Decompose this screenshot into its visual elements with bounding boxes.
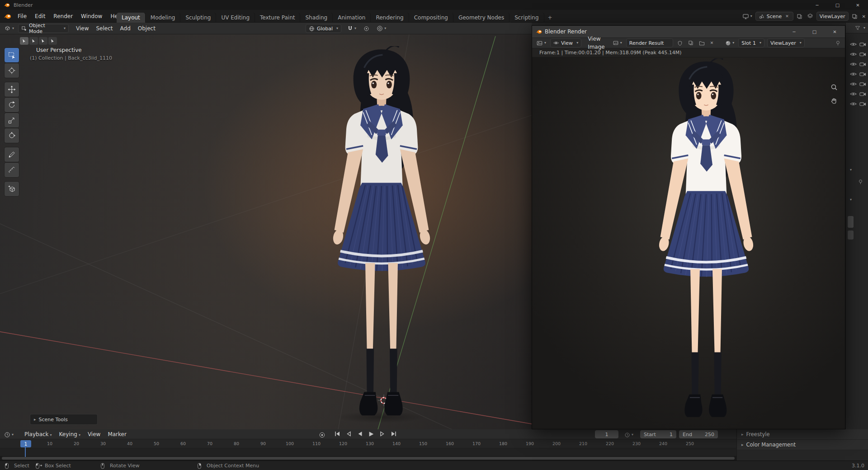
zoom-icon[interactable]	[830, 84, 838, 91]
pan-hand-icon[interactable]	[830, 97, 838, 104]
tool-transform[interactable]	[5, 128, 19, 143]
viewport-menu-object[interactable]: Object	[134, 24, 159, 33]
timeline-ruler[interactable]: 1102030405060708090100110120130140150160…	[0, 439, 736, 448]
pin-icon[interactable]	[858, 179, 863, 185]
eye-visibility-icon[interactable]	[850, 82, 857, 86]
playhead[interactable]: 1	[20, 440, 31, 447]
select-extend-mode[interactable]	[29, 37, 38, 45]
workspace-tab-sculpting[interactable]: Sculpting	[180, 13, 216, 23]
timeline-menu-keying[interactable]: Keying▾	[56, 430, 84, 438]
camera-render-icon[interactable]	[859, 61, 866, 66]
view-layer-icon[interactable]	[806, 12, 815, 21]
workspace-tab-texture-paint[interactable]: Texture Paint	[255, 13, 300, 23]
current-frame-field[interactable]: 1	[595, 430, 618, 438]
menu-render[interactable]: Render	[49, 12, 77, 21]
snap-magnet-icon[interactable]: ▾	[346, 24, 358, 33]
viewport-menu-view[interactable]: View	[72, 24, 92, 33]
proportional-editing-icon[interactable]: ▾	[375, 24, 387, 33]
workspace-tab-uv-editing[interactable]: UV Editing	[216, 13, 255, 23]
scene-tools-panel[interactable]: ▸Scene Tools	[30, 414, 98, 425]
editor-type-3d-icon[interactable]: ▾	[3, 24, 15, 33]
workspace-tab-shading[interactable]: Shading	[300, 13, 333, 23]
image-mode-dropdown[interactable]: View ▾	[550, 38, 581, 47]
timeline-menu-playback[interactable]: Playback▾	[21, 430, 56, 438]
workspace-tab-rendering[interactable]: Rendering	[371, 13, 409, 23]
image-datablock-field[interactable]: Render Result	[626, 38, 673, 47]
render-image-canvas[interactable]	[532, 57, 845, 429]
play-reverse-button[interactable]	[355, 430, 364, 438]
maximize-button[interactable]: □	[804, 26, 825, 38]
workspace-tab-geometry-nodes[interactable]: Geometry Nodes	[453, 13, 509, 23]
select-invert-mode[interactable]	[48, 37, 57, 45]
jump-to-end-button[interactable]	[389, 430, 398, 438]
slot-dropdown[interactable]: Slot 1▾	[738, 38, 764, 47]
eye-visibility-icon[interactable]	[850, 92, 857, 96]
camera-render-icon[interactable]	[859, 81, 866, 86]
browse-image-icon[interactable]: ▾	[611, 38, 623, 47]
camera-render-icon[interactable]	[859, 71, 866, 76]
render-sphere-icon[interactable]: ▾	[724, 38, 736, 47]
add-workspace-button[interactable]: +	[544, 13, 556, 23]
start-frame-field[interactable]: Start 1	[640, 430, 676, 438]
eye-visibility-icon[interactable]	[850, 102, 857, 106]
timeline-track[interactable]	[0, 448, 736, 456]
timeline-menu-view[interactable]: View	[84, 430, 104, 438]
menu-file[interactable]: File	[14, 12, 31, 21]
scrollbar-thumb[interactable]	[2, 457, 735, 460]
render-view-layer-dropdown[interactable]: ViewLayer▾	[767, 38, 805, 47]
editor-type-icon[interactable]: ▾	[741, 12, 754, 21]
workspace-tab-compositing[interactable]: Compositing	[409, 13, 453, 23]
panel-color-management[interactable]: ▸Color Management	[737, 440, 868, 450]
workspace-tab-layout[interactable]: Layout	[117, 13, 146, 23]
tool-cursor[interactable]	[5, 63, 19, 78]
close-button[interactable]: ✕	[848, 0, 868, 10]
image-menu-view[interactable]: View	[584, 35, 609, 43]
viewport-menu-select[interactable]: Select	[93, 24, 117, 33]
minimize-button[interactable]: ─	[807, 0, 827, 10]
unlink-icon[interactable]: ✕	[861, 14, 867, 19]
blender-logo-icon[interactable]	[4, 14, 11, 19]
workspace-tab-scripting[interactable]: Scripting	[509, 13, 544, 23]
unlink-icon[interactable]: ✕	[709, 41, 715, 45]
prev-keyframe-button[interactable]	[344, 430, 353, 438]
eye-visibility-icon[interactable]	[850, 42, 857, 47]
render-window-titlebar[interactable]: Blender Render ─ □ ✕	[532, 26, 845, 38]
eye-visibility-icon[interactable]	[850, 62, 857, 66]
open-image-folder-icon[interactable]	[698, 38, 706, 47]
end-frame-field[interactable]: End 250	[679, 430, 718, 438]
next-keyframe-button[interactable]	[378, 430, 387, 438]
menu-window[interactable]: Window	[77, 12, 106, 21]
unlink-icon[interactable]: ✕	[784, 14, 790, 19]
select-subtract-mode[interactable]	[39, 37, 47, 45]
jump-to-start-button[interactable]	[333, 430, 342, 438]
mode-dropdown[interactable]: Object Mode ▾	[18, 24, 69, 33]
maximize-button[interactable]: □	[827, 0, 848, 10]
editor-type-image-icon[interactable]: ▾	[535, 38, 547, 47]
camera-render-icon[interactable]	[859, 91, 866, 96]
play-button[interactable]	[367, 430, 376, 438]
copy-icon[interactable]	[850, 12, 859, 21]
tool-select-box[interactable]	[5, 48, 19, 62]
close-button[interactable]: ✕	[825, 26, 845, 38]
tool-annotate[interactable]	[5, 147, 19, 162]
menu-edit[interactable]: Edit	[31, 12, 49, 21]
tool-rotate[interactable]	[5, 98, 19, 112]
snap-target-icon[interactable]	[362, 24, 371, 33]
minimize-button[interactable]: ─	[784, 26, 804, 38]
editor-type-timeline-icon[interactable]: ▾	[3, 430, 15, 439]
workspace-tab-animation[interactable]: Animation	[333, 13, 371, 23]
camera-render-icon[interactable]	[859, 52, 866, 56]
fake-user-shield-icon[interactable]	[676, 38, 684, 47]
view-layer-selector[interactable]: ViewLayer	[816, 12, 849, 21]
camera-render-icon[interactable]	[859, 101, 866, 106]
orientation-dropdown[interactable]: Global ▾	[306, 24, 341, 33]
auto-keying-record-icon[interactable]	[317, 430, 327, 439]
scrollbar-thumb[interactable]	[848, 230, 854, 240]
new-scene-icon[interactable]	[795, 12, 804, 21]
viewport-3d[interactable]: ▾ Object Mode ▾ ViewSelectAddObject Glob…	[0, 23, 532, 429]
tool-move[interactable]	[5, 82, 19, 97]
eye-visibility-icon[interactable]	[850, 72, 857, 76]
camera-render-icon[interactable]	[859, 42, 866, 47]
tool-measure[interactable]	[5, 163, 19, 177]
select-set-mode[interactable]	[20, 37, 28, 45]
